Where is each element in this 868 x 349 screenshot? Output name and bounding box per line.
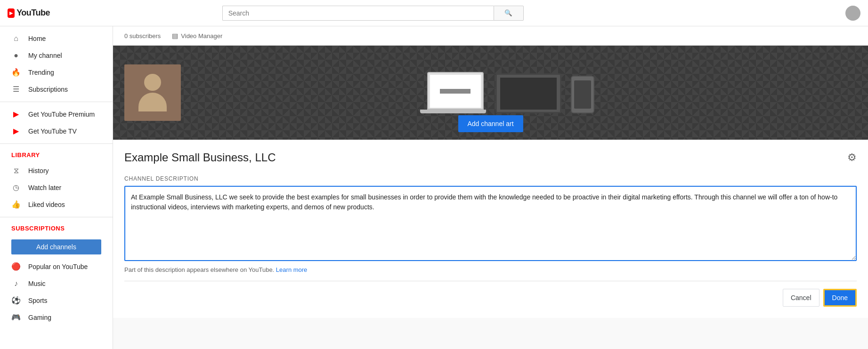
device-tv-screen [500, 78, 557, 110]
my-channel-icon: ● [11, 51, 21, 60]
sidebar-item-label: Trending [28, 68, 54, 77]
device-laptop [427, 72, 484, 110]
layout: ⌂ Home ● My channel 🔥 Trending ☰ Subscri… [0, 26, 868, 349]
search-button[interactable]: 🔍 [494, 6, 524, 21]
channel-art-banner: Add channel art [113, 46, 868, 140]
sidebar-item-liked-videos[interactable]: 👍 Liked videos [0, 196, 113, 213]
video-manager-link[interactable]: ▤ Video Manager [172, 32, 222, 40]
channel-header-bar: 0 subscribers ▤ Video Manager [113, 26, 868, 46]
sidebar-divider-3 [0, 217, 113, 217]
sidebar-item-music[interactable]: ♪ Music [0, 275, 113, 292]
channel-avatar [124, 64, 181, 121]
gear-icon: ⚙ [847, 151, 857, 163]
device-phone-screen [574, 80, 591, 109]
channel-description-footer: Part of this description appears elsewhe… [124, 266, 857, 273]
library-section-title: LIBRARY [0, 148, 113, 162]
main-content: 0 subscribers ▤ Video Manager [113, 26, 868, 349]
gaming-icon: 🎮 [11, 313, 21, 322]
sidebar-item-label: Gaming [28, 313, 51, 322]
cancel-button[interactable]: Cancel [783, 289, 819, 307]
logo[interactable]: YouTube [8, 8, 50, 18]
device-laptop-group [425, 72, 486, 113]
popular-icon: 🔴 [11, 262, 21, 271]
avatar[interactable] [845, 6, 860, 21]
sidebar-item-home[interactable]: ⌂ Home [0, 30, 113, 47]
device-laptop-screen [430, 75, 481, 108]
search-icon: 🔍 [504, 9, 512, 16]
sidebar-item-label: Popular on YouTube [28, 262, 88, 271]
sidebar-item-history[interactable]: ⧖ History [0, 162, 113, 179]
video-manager-label: Video Manager [181, 32, 222, 40]
sidebar-item-get-tv[interactable]: ▶ Get YouTube TV [0, 123, 113, 140]
add-channel-art-button[interactable]: Add channel art [458, 115, 523, 132]
subscriptions-icon: ☰ [11, 85, 21, 94]
learn-more-link[interactable]: Learn more [276, 266, 307, 273]
history-icon: ⧖ [11, 166, 21, 175]
sidebar-item-label: My channel [28, 51, 62, 60]
sidebar-item-watch-later[interactable]: ◷ Watch later [0, 179, 113, 196]
youtube-logo-icon [8, 8, 15, 18]
subscriptions-section-title: SUBSCRIPTIONS [0, 221, 113, 236]
channel-art-devices [425, 72, 594, 113]
sidebar-item-gaming[interactable]: 🎮 Gaming [0, 309, 113, 326]
subscribers-count: 0 subscribers [124, 32, 161, 40]
sidebar-item-subscriptions[interactable]: ☰ Subscriptions [0, 81, 113, 98]
device-laptop-base [420, 110, 486, 113]
watch-later-icon: ◷ [11, 183, 21, 192]
sidebar-item-label: Watch later [28, 183, 61, 192]
description-footer-text: Part of this description appears elsewhe… [124, 266, 274, 273]
sidebar-divider-2 [0, 143, 113, 144]
channel-description-label: CHANNEL DESCRIPTION [124, 175, 857, 182]
sidebar-item-label: Home [28, 34, 46, 43]
sidebar-item-popular[interactable]: 🔴 Popular on YouTube [0, 258, 113, 275]
sidebar-divider-1 [0, 102, 113, 102]
tv-icon: ▶ [11, 127, 21, 136]
sidebar-item-label: Get YouTube Premium [28, 110, 95, 119]
settings-button[interactable]: ⚙ [847, 151, 857, 164]
channel-body: Example Small Business, LLC ⚙ CHANNEL DE… [113, 140, 868, 318]
sidebar-item-get-premium[interactable]: ▶ Get YouTube Premium [0, 106, 113, 123]
logo-text: YouTube [16, 8, 50, 18]
sidebar-item-label: Subscriptions [28, 85, 68, 94]
video-manager-icon: ▤ [172, 32, 178, 40]
topbar: YouTube 🔍 [0, 0, 868, 26]
sidebar-item-my-channel[interactable]: ● My channel [0, 47, 113, 64]
home-icon: ⌂ [11, 34, 21, 43]
sports-icon: ⚽ [11, 296, 21, 305]
done-button[interactable]: Done [823, 289, 857, 307]
premium-icon: ▶ [11, 110, 21, 119]
sidebar-item-label: Music [28, 279, 46, 288]
channel-description-section: CHANNEL DESCRIPTION At Example Small Bus… [124, 175, 857, 273]
channel-description-actions: Cancel Done [124, 281, 857, 307]
add-channels-button[interactable]: Add channels [11, 239, 101, 254]
device-phone [571, 76, 594, 113]
device-tv [495, 73, 561, 113]
avatar-body [138, 93, 167, 111]
search-bar: 🔍 [222, 6, 524, 21]
sidebar-item-sports[interactable]: ⚽ Sports [0, 292, 113, 309]
topbar-right [845, 6, 860, 21]
search-input[interactable] [222, 6, 494, 21]
screen-bar [440, 89, 471, 94]
sidebar-item-label: Get YouTube TV [28, 127, 77, 136]
liked-videos-icon: 👍 [11, 200, 21, 209]
channel-description-textarea[interactable]: At Example Small Business, LLC we seek t… [124, 186, 857, 261]
sidebar-item-label: Liked videos [28, 200, 65, 209]
channel-title: Example Small Business, LLC [124, 151, 276, 164]
music-icon: ♪ [11, 279, 21, 288]
sidebar-item-label: History [28, 166, 49, 175]
avatar-person [138, 74, 167, 111]
avatar-head [144, 74, 161, 91]
trending-icon: 🔥 [11, 68, 21, 77]
sidebar-item-label: Sports [28, 296, 47, 305]
sidebar-item-trending[interactable]: 🔥 Trending [0, 64, 113, 81]
sidebar: ⌂ Home ● My channel 🔥 Trending ☰ Subscri… [0, 26, 113, 349]
channel-title-row: Example Small Business, LLC ⚙ [124, 151, 857, 164]
